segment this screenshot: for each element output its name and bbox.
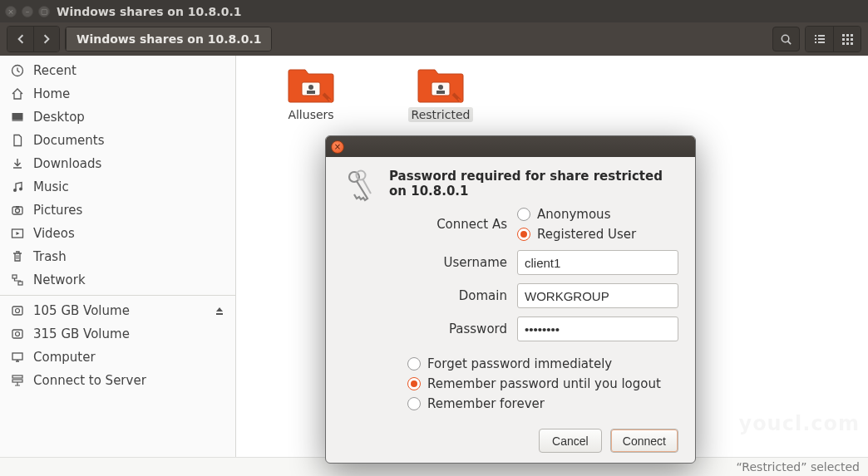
radio-icon [407, 377, 421, 390]
sidebar-item-desktop[interactable]: Desktop [0, 106, 235, 129]
forward-button[interactable] [33, 27, 59, 52]
sidebar-item-label: Computer [33, 350, 96, 365]
radio-icon [517, 208, 530, 221]
svg-rect-40 [436, 91, 445, 94]
eject-icon[interactable] [214, 305, 225, 317]
svg-rect-2 [815, 35, 816, 37]
svg-rect-34 [12, 380, 22, 382]
svg-rect-12 [846, 38, 849, 41]
folder-label: Restricted [408, 107, 474, 122]
radio-anonymous[interactable]: Anonymous [517, 207, 678, 222]
domain-field[interactable] [517, 283, 678, 308]
trash-icon [10, 249, 25, 264]
sidebar-item-pictures[interactable]: Pictures [0, 199, 235, 222]
back-button[interactable] [7, 27, 33, 52]
svg-point-42 [357, 171, 366, 180]
view-mode-group [805, 26, 861, 52]
list-view-button[interactable] [806, 27, 833, 52]
nav-buttons [7, 26, 60, 52]
maximize-icon[interactable]: ▢ [38, 6, 50, 17]
chevron-left-icon [16, 34, 26, 44]
close-icon[interactable]: × [331, 140, 344, 154]
toolbar: Windows shares on 10.8.0.1 [0, 22, 868, 56]
svg-rect-19 [12, 120, 23, 121]
svg-point-36 [308, 85, 313, 90]
sidebar-item-documents[interactable]: Documents [0, 129, 235, 152]
connect-button[interactable]: Connect [610, 429, 678, 453]
sidebar-item-label: 105 GB Volume [33, 303, 130, 318]
watermark: youcl.com [738, 412, 860, 435]
password-field[interactable] [517, 317, 678, 341]
window-title: Windows shares on 10.8.0.1 [57, 5, 241, 18]
sidebar-item-downloads[interactable]: Downloads [0, 152, 235, 175]
close-icon[interactable]: × [5, 6, 17, 17]
svg-point-31 [16, 332, 20, 336]
sidebar-item-videos[interactable]: Videos [0, 222, 235, 245]
svg-rect-32 [12, 353, 22, 360]
grid-view-button[interactable] [833, 27, 861, 52]
folder-restricted[interactable]: Restricted [399, 66, 482, 122]
dialog-title: Password required for share restricted o… [389, 169, 678, 199]
documents-icon [10, 133, 25, 148]
radio-remember-forever[interactable]: Remember forever [407, 396, 678, 411]
dialog-titlebar: × [326, 136, 695, 157]
radio-icon [407, 397, 421, 410]
videos-icon [10, 226, 25, 241]
svg-rect-24 [16, 206, 19, 208]
statusbar-text: “Restricted” selected [737, 460, 860, 474]
sidebar-item-label: Recent [33, 63, 76, 78]
sidebar-item-network[interactable]: Network [0, 268, 235, 292]
breadcrumb[interactable]: Windows shares on 10.8.0.1 [65, 27, 272, 52]
svg-rect-11 [842, 38, 845, 41]
svg-rect-37 [307, 91, 315, 94]
svg-rect-27 [18, 282, 22, 285]
sidebar-item-volume-105[interactable]: 105 GB Volume [0, 299, 235, 322]
remember-options: Forget password immediately Remember pas… [407, 356, 678, 411]
radio-icon [407, 357, 421, 370]
downloads-icon [10, 156, 25, 171]
cancel-button[interactable]: Cancel [539, 429, 602, 453]
svg-rect-18 [12, 113, 23, 120]
svg-rect-6 [815, 42, 816, 43]
sidebar-item-trash[interactable]: Trash [0, 245, 235, 268]
svg-rect-3 [818, 35, 825, 37]
connect-server-icon [10, 373, 25, 388]
svg-point-20 [13, 189, 17, 192]
sidebar-item-connect-server[interactable]: Connect to Server [0, 369, 235, 392]
keys-icon [343, 169, 376, 341]
sidebar-item-home[interactable]: Home [0, 82, 235, 106]
breadcrumb-segment[interactable]: Windows shares on 10.8.0.1 [66, 27, 271, 51]
svg-point-39 [438, 85, 443, 90]
folder-label: Allusers [284, 107, 337, 122]
sidebar-item-computer[interactable]: Computer [0, 346, 235, 369]
username-field[interactable] [517, 250, 678, 275]
sidebar-item-label: Pictures [33, 203, 82, 218]
sidebar-item-music[interactable]: Music [0, 175, 235, 199]
folder-allusers[interactable]: Allusers [269, 66, 353, 122]
sidebar-item-volume-315[interactable]: 315 GB Volume [0, 322, 235, 346]
sidebar-item-recent[interactable]: Recent [0, 59, 235, 82]
svg-rect-15 [846, 42, 849, 45]
window-controls: × – ▢ [5, 6, 50, 17]
desktop-icon [10, 110, 25, 125]
chevron-right-icon [42, 34, 52, 44]
minimize-icon[interactable]: – [22, 6, 33, 17]
sidebar-item-label: Trash [33, 249, 67, 264]
radio-registered-user[interactable]: Registered User [517, 227, 678, 242]
network-folder-icon [417, 66, 465, 104]
sidebar-item-label: Downloads [33, 156, 101, 171]
svg-rect-28 [12, 307, 22, 315]
password-label: Password [434, 321, 507, 336]
search-icon [780, 33, 792, 46]
search-button[interactable] [772, 27, 800, 52]
home-icon [10, 86, 25, 101]
grid-view-icon [841, 33, 853, 45]
sidebar-item-label: Connect to Server [33, 373, 146, 388]
radio-remember-logout[interactable]: Remember password until you logout [407, 376, 678, 391]
svg-rect-10 [851, 34, 853, 37]
radio-forget-immediately[interactable]: Forget password immediately [407, 356, 678, 371]
pictures-icon [10, 203, 25, 218]
domain-label: Domain [434, 288, 507, 303]
disk-icon [10, 326, 25, 341]
svg-rect-16 [851, 42, 853, 45]
